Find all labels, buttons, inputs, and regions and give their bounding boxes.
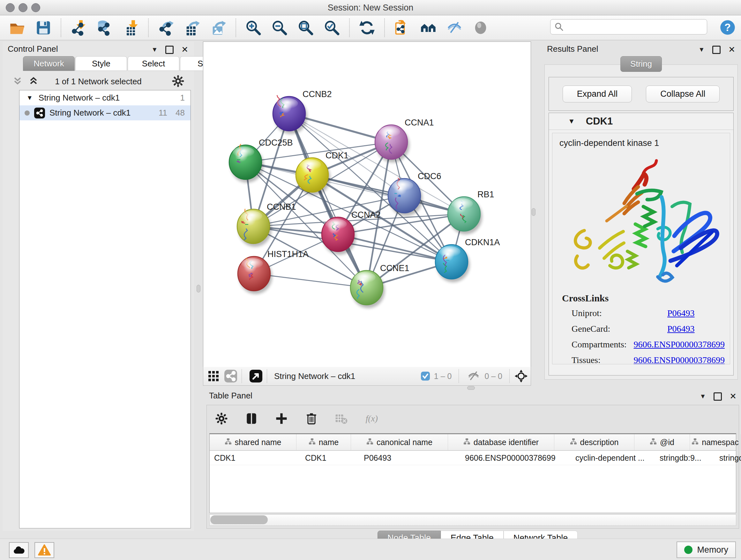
left-splitter-grip[interactable] bbox=[197, 285, 200, 293]
results-panel-float-icon[interactable] bbox=[712, 46, 721, 54]
column-header-namespac[interactable]: namespac bbox=[690, 434, 741, 450]
scrollbar-thumb[interactable] bbox=[210, 515, 268, 524]
network-row[interactable]: String Network – cdk1 11 48 bbox=[19, 105, 191, 120]
tree-expander-icon[interactable]: ▼ bbox=[26, 94, 33, 102]
delete-table-icon[interactable] bbox=[333, 410, 350, 428]
column-visibility-icon[interactable] bbox=[243, 410, 260, 428]
export-network-icon[interactable] bbox=[157, 19, 175, 37]
column-type-icon bbox=[309, 438, 316, 447]
right-splitter-grip[interactable] bbox=[532, 208, 536, 216]
zoom-in-icon[interactable] bbox=[245, 19, 262, 37]
import-network-file-icon[interactable] bbox=[70, 19, 87, 37]
selected-nodes-checkbox-icon[interactable] bbox=[420, 369, 431, 383]
table-cell[interactable]: P06493 bbox=[359, 451, 461, 465]
control-panel-float-icon[interactable] bbox=[165, 46, 174, 54]
grid-view-icon[interactable] bbox=[206, 369, 220, 383]
fit-content-crosshair-icon[interactable] bbox=[514, 369, 528, 383]
node-CDKN1A[interactable]: CDKN1A bbox=[435, 238, 500, 282]
zoom-fit-icon[interactable] bbox=[297, 19, 315, 37]
network-graph[interactable]: CCNB2 CCNA1 CDC25B CDK1 CDC6 RB1 CCNB1 bbox=[203, 42, 531, 367]
node-label-RB1: RB1 bbox=[477, 190, 494, 199]
crosslink-link[interactable]: 9606.ENSP00000378699 bbox=[634, 355, 725, 364]
export-image-icon[interactable] bbox=[209, 19, 227, 37]
memory-button[interactable]: Memory bbox=[677, 542, 736, 558]
crosslink-link[interactable]: P06493 bbox=[667, 324, 695, 334]
node-RB1[interactable]: RB1 bbox=[448, 190, 494, 234]
add-column-icon[interactable] bbox=[273, 410, 290, 428]
show-all-icon[interactable] bbox=[472, 19, 489, 37]
node-CDC25B[interactable]: CDC25B bbox=[229, 138, 293, 183]
table-cell[interactable]: stringdb bbox=[715, 451, 741, 465]
search-box[interactable] bbox=[550, 19, 707, 35]
import-table-file-icon[interactable] bbox=[122, 19, 140, 37]
open-session-icon[interactable] bbox=[8, 19, 26, 37]
search-input[interactable] bbox=[567, 22, 704, 32]
crosslink-link[interactable]: P06493 bbox=[667, 308, 695, 318]
table-cell[interactable]: CDK1 bbox=[210, 451, 300, 465]
collection-label: String Network – cdk1 bbox=[39, 93, 120, 103]
import-network-database-icon[interactable] bbox=[96, 19, 114, 37]
control-panel-collapse-icon[interactable]: ▼ bbox=[151, 46, 158, 53]
table-cell[interactable]: cyclin-dependent ... bbox=[571, 451, 655, 465]
tab-style[interactable]: Style bbox=[75, 56, 127, 71]
zoom-out-icon[interactable] bbox=[271, 19, 288, 37]
column-header-canonical-name[interactable]: canonical name bbox=[351, 434, 448, 450]
birds-eye-view-icon[interactable] bbox=[249, 369, 263, 383]
node-label-CCNA2: CCNA2 bbox=[351, 210, 381, 220]
gene-section-header[interactable]: ▼ CDK1 bbox=[549, 113, 733, 130]
gene-section-expander-icon[interactable]: ▼ bbox=[568, 117, 575, 125]
column-header--id[interactable]: @id bbox=[634, 434, 690, 450]
node-HIST1H1A[interactable]: HIST1H1A bbox=[238, 249, 309, 294]
zoom-selected-icon[interactable] bbox=[323, 19, 341, 37]
table-panel-float-icon[interactable] bbox=[714, 392, 722, 401]
node-CDC6[interactable]: CDC6 bbox=[388, 172, 441, 216]
node-table[interactable]: shared namenamecanonical namedatabase id… bbox=[209, 433, 736, 513]
expand-all-button[interactable]: Expand All bbox=[562, 85, 632, 103]
warning-icon[interactable] bbox=[35, 542, 54, 558]
crosslink-link[interactable]: 9606.ENSP00000378699 bbox=[634, 339, 725, 350]
delete-column-icon[interactable] bbox=[302, 410, 320, 428]
svg-text:f(x): f(x) bbox=[366, 414, 378, 423]
table-cell[interactable]: CDK1 bbox=[300, 451, 359, 465]
table-settings-gear-icon[interactable] bbox=[212, 410, 230, 428]
refresh-network-icon[interactable] bbox=[358, 19, 376, 37]
tab-network[interactable]: Network bbox=[23, 56, 75, 71]
table-panel-close-icon[interactable]: ✕ bbox=[730, 391, 737, 401]
node-table-header: shared namenamecanonical namedatabase id… bbox=[210, 434, 736, 451]
control-panel-close-icon[interactable]: ✕ bbox=[181, 45, 188, 55]
network-panel-gear-icon[interactable] bbox=[171, 74, 185, 88]
function-builder-icon[interactable]: f(x) bbox=[362, 410, 381, 428]
node-CCNA1[interactable]: CCNA1 bbox=[375, 118, 434, 163]
save-session-icon[interactable] bbox=[35, 19, 52, 37]
gene-section: ▼ CDK1 cyclin-dependent kinase 1 bbox=[549, 113, 734, 375]
table-panel-collapse-icon[interactable]: ▼ bbox=[699, 393, 706, 400]
results-panel-close-icon[interactable]: ✕ bbox=[728, 45, 735, 55]
network-share-icon[interactable] bbox=[224, 369, 238, 383]
column-header-shared-name[interactable]: shared name bbox=[210, 434, 296, 450]
column-type-icon bbox=[463, 438, 470, 447]
cloud-icon[interactable] bbox=[9, 542, 29, 558]
tab-select[interactable]: Select bbox=[128, 56, 179, 71]
first-neighbors-icon[interactable] bbox=[419, 19, 437, 37]
window-titlebar: Session: New Session bbox=[0, 0, 741, 15]
table-cell[interactable]: stringdb:9... bbox=[655, 451, 715, 465]
hidden-node-edge-count: 0 – 0 bbox=[484, 372, 502, 381]
column-header-database-identifier[interactable]: database identifier bbox=[448, 434, 554, 450]
column-header-name[interactable]: name bbox=[296, 434, 351, 450]
results-panel-collapse-icon[interactable]: ▼ bbox=[698, 46, 704, 53]
tab-string[interactable]: String bbox=[620, 56, 662, 72]
node-label-CCNA1: CCNA1 bbox=[405, 118, 434, 127]
collapse-all-button[interactable]: Collapse All bbox=[646, 85, 720, 103]
table-row[interactable]: CDK1CDK1P064939606.ENSP00000378699cyclin… bbox=[210, 451, 736, 465]
hide-selected-icon[interactable] bbox=[446, 19, 463, 37]
network-collection-row[interactable]: ▼ String Network – cdk1 1 bbox=[19, 90, 191, 105]
clone-network-icon[interactable] bbox=[393, 19, 411, 37]
hidden-elements-icon[interactable] bbox=[466, 369, 481, 383]
export-table-icon[interactable] bbox=[183, 19, 201, 37]
column-header-description[interactable]: description bbox=[554, 434, 634, 450]
network-canvas[interactable]: CCNB2 CCNA1 CDC25B CDK1 CDC6 RB1 CCNB1 bbox=[203, 42, 531, 367]
node-CCNB2[interactable]: CCNB2 bbox=[273, 89, 332, 134]
help-icon[interactable]: ? bbox=[719, 18, 737, 37]
table-cell[interactable]: 9606.ENSP00000378699 bbox=[461, 451, 571, 465]
table-horizontal-scrollbar[interactable] bbox=[209, 514, 736, 526]
